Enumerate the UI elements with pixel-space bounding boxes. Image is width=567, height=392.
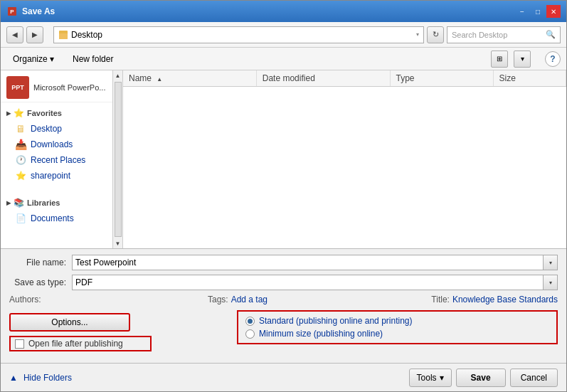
search-placeholder: Search Desktop <box>452 31 507 39</box>
savetype-dropdown-btn[interactable]: ▾ <box>544 275 558 290</box>
form-section: File name: ▾ Save as type: ▾ Authors: Ta… <box>1 248 566 363</box>
options-right: Standard (publishing online and printing… <box>237 310 558 344</box>
sidebar-item-documents[interactable]: 📄 Documents <box>1 211 112 226</box>
libraries-chevron: ▶ <box>6 200 11 206</box>
sidebar-item-ppt[interactable]: PPT Microsoft PowerPo... <box>1 73 112 102</box>
forward-button[interactable]: ▶ <box>26 26 43 43</box>
cancel-button[interactable]: Cancel <box>510 369 558 387</box>
sidebar-sharepoint-label: sharepoint <box>31 171 70 181</box>
scroll-down-arrow[interactable]: ▼ <box>113 238 123 248</box>
svg-rect-3 <box>59 33 68 39</box>
col-header-name[interactable]: Name ▲ <box>123 70 257 86</box>
minimum-label: Minimum size (publishing online) <box>259 329 383 339</box>
sidebar-item-downloads[interactable]: 📥 Downloads <box>1 137 112 152</box>
window-controls: − □ ✕ <box>515 5 561 18</box>
recent-places-icon: 🕐 <box>15 154 26 166</box>
scroll-up-arrow[interactable]: ▲ <box>113 70 123 80</box>
open-after-row: Open file after publishing <box>9 336 152 351</box>
sidebar-desktop-label: Desktop <box>31 124 62 134</box>
sort-icon: ▲ <box>157 76 162 83</box>
file-list-area: Name ▲ Date modified Type Size <box>123 70 566 248</box>
view-button[interactable]: ⊞ <box>491 51 508 68</box>
hide-folders-label: Hide Folders <box>23 373 72 383</box>
filename-label: File name: <box>9 258 66 267</box>
address-text: Desktop <box>71 30 102 40</box>
favorites-header[interactable]: ▶ ⭐ Favorites <box>1 105 112 121</box>
tools-button[interactable]: Tools ▾ <box>409 369 452 387</box>
refresh-button[interactable]: ↻ <box>427 26 444 43</box>
file-list-header: Name ▲ Date modified Type Size <box>123 70 566 87</box>
meta-row: Authors: Tags: Add a tag Title: Knowledg… <box>9 295 558 304</box>
favorites-chevron: ▶ <box>6 110 11 117</box>
standard-label: Standard (publishing online and printing… <box>259 316 412 326</box>
tags-label: Tags: <box>208 295 228 304</box>
open-after-checkbox[interactable] <box>15 339 24 349</box>
address-dropdown-icon[interactable]: ▾ <box>416 31 419 38</box>
minimize-button[interactable]: − <box>515 5 529 18</box>
sharepoint-icon: ⭐ <box>15 170 26 181</box>
sidebar-ppt-label: Microsoft PowerPo... <box>33 83 105 92</box>
col-header-type[interactable]: Type <box>391 70 494 86</box>
search-box[interactable]: Search Desktop 🔍 <box>447 26 561 43</box>
title-label: Title: <box>431 295 450 304</box>
minimum-radio[interactable] <box>245 329 255 339</box>
filename-dropdown-btn[interactable]: ▾ <box>544 255 558 270</box>
ppt-icon: PPT <box>6 76 29 99</box>
documents-icon: 📄 <box>15 213 26 224</box>
filename-input[interactable] <box>72 255 544 270</box>
col-header-size[interactable]: Size <box>494 70 566 86</box>
view-dropdown-button[interactable]: ▾ <box>514 51 531 68</box>
maximize-button[interactable]: □ <box>531 5 545 18</box>
authors-label: Authors: <box>9 295 41 304</box>
filename-row: File name: ▾ <box>9 255 558 270</box>
file-list-content <box>123 87 566 201</box>
help-button[interactable]: ? <box>545 51 561 67</box>
favorites-label: Favorites <box>27 109 62 117</box>
add-tag-link[interactable]: Add a tag <box>231 295 267 304</box>
minimum-radio-row: Minimum size (publishing online) <box>245 329 549 339</box>
address-field[interactable]: Desktop ▾ <box>53 26 424 43</box>
navigation-sidebar: PPT Microsoft PowerPo... ▶ ⭐ Favorites 🖥… <box>1 70 113 248</box>
new-folder-button[interactable]: New folder <box>66 51 120 68</box>
libraries-icon: 📚 <box>14 198 24 208</box>
favorites-star-icon: ⭐ <box>14 108 24 118</box>
toolbar: Organize ▾ New folder ⊞ ▾ ? <box>1 48 566 70</box>
footer-buttons: Tools ▾ Save Cancel <box>409 369 558 387</box>
scroll-track[interactable] <box>115 82 122 237</box>
libraries-header[interactable]: ▶ 📚 Libraries <box>1 195 112 211</box>
sidebar-item-recent-places[interactable]: 🕐 Recent Places <box>1 152 112 168</box>
favorites-section: ▶ ⭐ Favorites 🖥 Desktop 📥 Downloads 🕐 Re… <box>1 102 112 186</box>
col-header-date[interactable]: Date modified <box>257 70 391 86</box>
save-button[interactable]: Save <box>456 369 506 387</box>
savetype-label: Save as type: <box>9 277 66 287</box>
sidebar-downloads-label: Downloads <box>31 139 73 149</box>
options-button[interactable]: Options... <box>9 313 130 332</box>
dialog-title: Save As <box>22 6 515 16</box>
main-area: PPT Microsoft PowerPo... ▶ ⭐ Favorites 🖥… <box>1 70 566 248</box>
desktop-icon: 🖥 <box>15 123 26 134</box>
libraries-label: Libraries <box>27 198 60 207</box>
libraries-section: ▶ 📚 Libraries 📄 Documents <box>1 192 112 229</box>
savetype-row: Save as type: ▾ <box>9 275 558 290</box>
downloads-icon: 📥 <box>15 139 26 150</box>
sidebar-recent-label: Recent Places <box>31 155 85 165</box>
hide-folders-button[interactable]: ▲ Hide Folders <box>9 373 72 383</box>
dialog-icon: P <box>6 6 18 17</box>
sidebar-scrollbar[interactable]: ▲ ▼ <box>113 70 123 248</box>
save-as-dialog: P Save As − □ ✕ ◀ ▶ Desktop ▾ ↻ Search D… <box>0 0 567 392</box>
title-bar: P Save As − □ ✕ <box>1 1 566 22</box>
footer: ▲ Hide Folders Tools ▾ Save Cancel <box>1 363 566 391</box>
hide-folders-icon: ▲ <box>9 373 18 383</box>
options-left: Options... Open file after publishing <box>9 310 223 351</box>
sidebar-item-sharepoint[interactable]: ⭐ sharepoint <box>1 168 112 184</box>
standard-radio[interactable] <box>245 317 255 326</box>
savetype-input[interactable] <box>72 275 544 290</box>
organize-button[interactable]: Organize ▾ <box>6 51 60 68</box>
sidebar-item-desktop[interactable]: 🖥 Desktop <box>1 121 112 137</box>
search-icon: 🔍 <box>546 30 556 39</box>
back-button[interactable]: ◀ <box>6 26 23 43</box>
options-area: Options... Open file after publishing St… <box>9 310 558 351</box>
close-button[interactable]: ✕ <box>546 5 561 18</box>
title-value[interactable]: Knowledge Base Standards <box>452 295 558 304</box>
open-after-label: Open file after publishing <box>28 339 123 349</box>
